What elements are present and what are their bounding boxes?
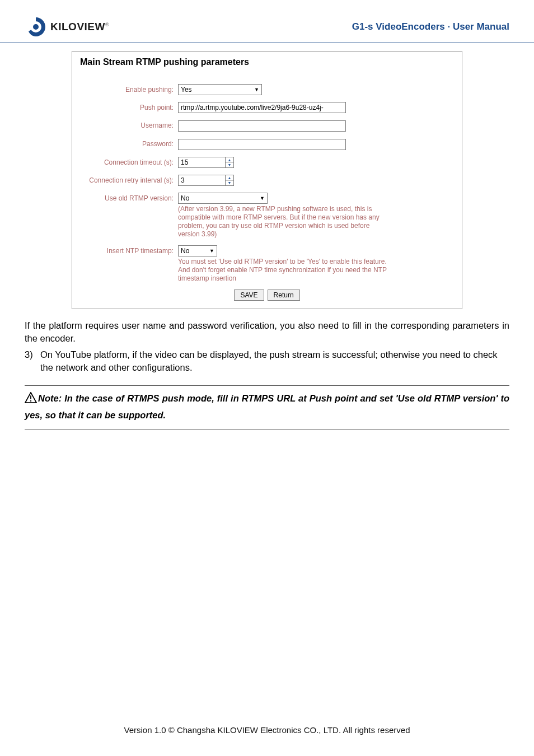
label-username: Username: — [80, 120, 178, 129]
username-input[interactable] — [178, 120, 346, 132]
note-text: Note: In the case of RTMPS push mode, fi… — [25, 393, 509, 420]
retry-interval-stepper[interactable]: 3 ▲ ▼ — [178, 175, 234, 186]
ntp-hint: You must set 'Use old RTMP version' to b… — [178, 258, 391, 283]
label-retry-interval: Connection retry interval (s): — [80, 175, 178, 184]
stepper-arrows: ▲ ▼ — [225, 157, 233, 167]
svg-point-3 — [30, 400, 31, 402]
push-point-input[interactable]: rtmp://a.rtmp.youtube.com/live2/9ja6-9u2… — [178, 102, 346, 113]
brand-name: KILOVIEW® — [50, 21, 109, 33]
label-password: Password: — [80, 138, 178, 148]
chevron-up-icon[interactable]: ▲ — [226, 175, 233, 181]
label-enable-pushing: Enable pushing: — [80, 84, 178, 94]
chevron-up-icon[interactable]: ▲ — [226, 157, 233, 163]
list-number: 3) — [25, 348, 40, 374]
list-item-3: 3) On YouTube platform, if the video can… — [25, 348, 509, 374]
return-button[interactable]: Return — [268, 290, 300, 301]
kiloview-logo-icon — [25, 16, 47, 38]
connection-timeout-stepper[interactable]: 15 ▲ ▼ — [178, 157, 234, 168]
chevron-down-icon[interactable]: ▼ — [226, 163, 233, 168]
chevron-down-icon[interactable]: ▼ — [226, 181, 233, 186]
note-block: Note: In the case of RTMPS push mode, fi… — [25, 385, 509, 430]
list-text: On YouTube platform, if the video can be… — [40, 348, 509, 374]
ntp-select[interactable]: No — [178, 245, 217, 256]
svg-point-1 — [33, 24, 39, 30]
label-old-rtmp: Use old RTMP version: — [80, 193, 178, 202]
password-input[interactable] — [178, 139, 346, 150]
old-rtmp-hint: (After version 3.99, a new RTMP pushing … — [178, 205, 391, 239]
old-rtmp-select[interactable]: No — [178, 193, 268, 204]
warning-icon — [25, 392, 37, 403]
stepper-arrows: ▲ ▼ — [225, 175, 233, 185]
paragraph-verification: If the platform requires user name and p… — [25, 319, 509, 345]
label-connection-timeout: Connection timeout (s): — [80, 157, 178, 166]
rtmp-params-panel: Main Stream RTMP pushing parameters Enab… — [72, 51, 462, 309]
enable-pushing-select[interactable]: Yes — [178, 84, 262, 95]
page-footer: Version 1.0 © Changsha KILOVIEW Electron… — [0, 725, 534, 735]
save-button[interactable]: SAVE — [234, 290, 264, 301]
doc-title: G1-s VideoEncoders · User Manual — [352, 21, 509, 32]
panel-title: Main Stream RTMP pushing parameters — [80, 57, 454, 67]
label-push-point: Push point: — [80, 102, 178, 111]
brand-logo: KILOVIEW® — [25, 16, 109, 38]
label-ntp: Insert NTP timestamp: — [80, 245, 178, 255]
page-header: KILOVIEW® G1-s VideoEncoders · User Manu… — [0, 0, 534, 43]
